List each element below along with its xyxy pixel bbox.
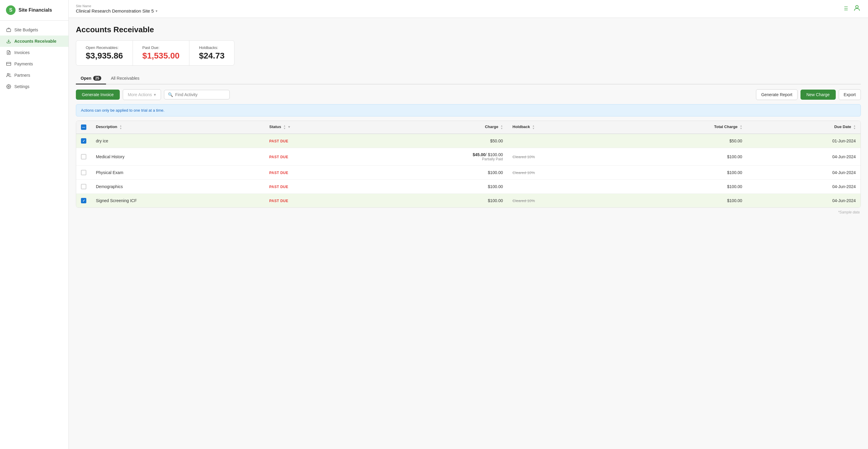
table-body: dry ice PAST DUE $50.00 $50.00 01-Jun-20… (76, 134, 861, 207)
sidebar-item-invoices[interactable]: Invoices (0, 47, 68, 58)
tab-open-badge: 25 (93, 76, 101, 81)
user-icon[interactable] (853, 4, 861, 14)
row-1-checkbox-cell[interactable] (76, 134, 91, 148)
row-2-checkbox-cell[interactable] (76, 148, 91, 166)
holdback-label: Holdback (513, 125, 530, 129)
site-name-block: Site Name Clinical Research Demonstratio… (76, 4, 157, 13)
charge-label: Charge (485, 125, 498, 129)
sidebar-item-payments[interactable]: Payments (0, 58, 68, 70)
sidebar-item-accounts-receivable-label: Accounts Receivable (14, 39, 57, 43)
description-sort[interactable]: ▲▼ (120, 125, 122, 130)
charge-sort[interactable]: ▲▼ (501, 125, 503, 130)
row-5-charge: $100.00 (371, 194, 508, 208)
tab-all-receivables-label: All Receivables (111, 76, 140, 81)
sidebar-item-payments-label: Payments (14, 62, 33, 66)
row-3-status: PAST DUE (265, 166, 371, 180)
export-button[interactable]: Export (839, 89, 861, 100)
row-3-status-badge: PAST DUE (269, 171, 288, 175)
row-5-total-charge: $100.00 (618, 194, 747, 208)
row-4-checkbox-cell[interactable] (76, 180, 91, 194)
new-charge-button[interactable]: New Charge (801, 90, 836, 100)
table-header: Description ▲▼ Status ▲▼ ▼ Charge ▲▼ (76, 121, 861, 134)
find-activity-search[interactable]: 🔍 (164, 90, 230, 99)
holdbacks-value: $24.73 (199, 51, 225, 61)
more-actions-label: More Actions (128, 92, 152, 97)
info-banner: Actions can only be applied to one trial… (76, 104, 861, 117)
sidebar-item-site-budgets-label: Site Budgets (14, 28, 38, 32)
sidebar-item-partners[interactable]: Partners (0, 70, 68, 81)
status-label: Status (269, 125, 281, 129)
row-2-description: Medical History (91, 148, 265, 166)
status-filter-icon[interactable]: ▼ (287, 125, 291, 129)
row-4-charge: $100.00 (371, 180, 508, 194)
row-1-status-badge: PAST DUE (269, 139, 288, 143)
sidebar: S Site Financials Site Budgets Accounts … (0, 0, 69, 449)
tab-open[interactable]: Open 25 (76, 73, 106, 85)
total-charge-label: Total Charge (714, 125, 738, 129)
row-1-checkbox[interactable] (81, 138, 86, 143)
generate-invoice-button[interactable]: Generate Invoice (76, 90, 120, 100)
row-4-holdback (508, 180, 618, 194)
header-description[interactable]: Description ▲▼ (91, 121, 265, 134)
svg-point-9 (856, 5, 859, 8)
table-row: Medical History PAST DUE $45.00/ $100.00… (76, 148, 861, 166)
past-due-label: Past Due: (143, 45, 180, 50)
svg-rect-5 (7, 62, 11, 66)
tab-open-label: Open (81, 76, 91, 81)
sidebar-item-site-budgets[interactable]: Site Budgets (0, 24, 68, 35)
row-5-status-badge: PAST DUE (269, 199, 288, 203)
header-checkbox[interactable] (81, 125, 86, 130)
sidebar-item-accounts-receivable[interactable]: Accounts Receivable (0, 35, 68, 47)
row-4-status-badge: PAST DUE (269, 185, 288, 189)
sidebar-item-settings[interactable]: Settings (0, 81, 68, 92)
row-2-charge-total: $100.00 (488, 152, 503, 157)
row-5-description: Signed Screening ICF (91, 194, 265, 208)
due-date-sort[interactable]: ▲▼ (854, 125, 856, 130)
more-actions-button[interactable]: More Actions ▾ (123, 89, 161, 100)
row-2-partially-paid: Partially Paid (376, 157, 503, 161)
header-total-charge[interactable]: Total Charge ▲▼ (618, 121, 747, 134)
row-5-holdback-value: Cleared 10% (513, 198, 535, 203)
users-icon (6, 72, 11, 78)
tab-all-receivables[interactable]: All Receivables (106, 73, 144, 85)
holdbacks-card: Holdbacks: $24.73 (189, 41, 234, 65)
header-due-date[interactable]: Due Date ▲▼ (747, 121, 861, 134)
svg-point-7 (7, 73, 9, 75)
main-area: Site Name Clinical Research Demonstratio… (69, 0, 868, 449)
row-2-checkbox[interactable] (81, 154, 86, 159)
sidebar-logo: S Site Financials (0, 0, 68, 21)
header-checkbox-cell[interactable] (76, 121, 91, 134)
row-5-checkbox[interactable] (81, 198, 86, 203)
find-activity-input[interactable] (175, 92, 226, 97)
header-actions: ⠿ (844, 4, 861, 14)
header-holdback[interactable]: Holdback ▲▼ (508, 121, 618, 134)
holdback-sort[interactable]: ▲▼ (532, 125, 535, 130)
row-1-holdback (508, 134, 618, 148)
table-row: Demographics PAST DUE $100.00 $100.00 04… (76, 180, 861, 194)
row-4-checkbox[interactable] (81, 184, 86, 189)
summary-cards: Open Receivables: $3,935.86 Past Due: $1… (76, 40, 235, 66)
status-sort[interactable]: ▲▼ (283, 125, 286, 130)
page-title: Accounts Receivable (76, 25, 861, 34)
past-due-value: $1,535.00 (143, 51, 180, 61)
header-status[interactable]: Status ▲▼ ▼ (265, 121, 371, 134)
row-4-total-charge: $100.00 (618, 180, 747, 194)
row-2-charge-sep: / (485, 152, 488, 157)
row-3-checkbox[interactable] (81, 170, 86, 175)
generate-report-button[interactable]: Generate Report (756, 89, 797, 100)
row-1-description: dry ice (91, 134, 265, 148)
sample-data-note: *Sample data (76, 210, 861, 214)
row-2-status-badge: PAST DUE (269, 155, 288, 159)
row-3-due-date: 04-Jun-2024 (747, 166, 861, 180)
row-3-checkbox-cell[interactable] (76, 166, 91, 180)
row-5-holdback: Cleared 10% (508, 194, 618, 208)
receivables-table: Description ▲▼ Status ▲▼ ▼ Charge ▲▼ (76, 121, 861, 208)
row-5-checkbox-cell[interactable] (76, 194, 91, 208)
site-dropdown-arrow[interactable]: ▾ (156, 9, 157, 13)
app-title: Site Financials (19, 7, 52, 13)
row-2-status: PAST DUE (265, 148, 371, 166)
total-charge-sort[interactable]: ▲▼ (740, 125, 742, 130)
past-due-card: Past Due: $1,535.00 (133, 41, 190, 65)
grid-icon[interactable]: ⠿ (844, 5, 848, 12)
header-charge[interactable]: Charge ▲▼ (371, 121, 508, 134)
